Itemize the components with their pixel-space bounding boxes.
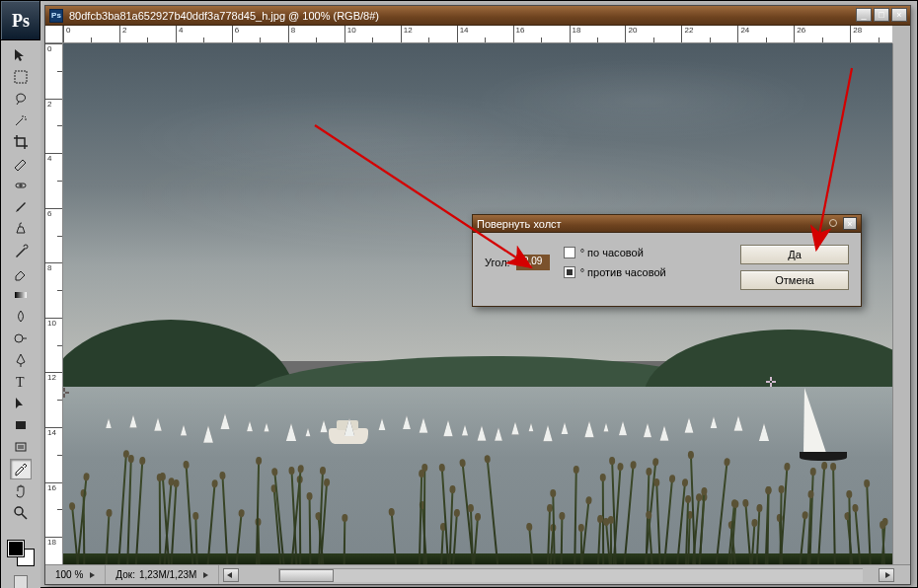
brush-tool[interactable] — [10, 197, 32, 218]
status-bar: 100 % Док: 1,23M/1,23M — [45, 564, 910, 584]
reeds-region — [63, 429, 892, 564]
standard-mode-icon[interactable] — [14, 575, 28, 588]
color-swatches[interactable] — [8, 541, 34, 565]
svg-point-7 — [15, 507, 23, 515]
move-tool[interactable] — [10, 44, 32, 65]
horizontal-scrollbar[interactable] — [278, 568, 863, 582]
eraser-tool[interactable] — [10, 262, 32, 283]
dropdown-icon — [90, 572, 95, 578]
gradient-tool[interactable] — [10, 284, 32, 305]
radio-icon — [564, 266, 575, 278]
canvas-right-margin — [892, 43, 910, 564]
rectangle-tool[interactable] — [10, 415, 32, 436]
foreground-color-swatch[interactable] — [8, 541, 24, 556]
pen-tool[interactable] — [10, 350, 32, 371]
radio-icon — [564, 247, 575, 258]
slice-tool[interactable] — [10, 154, 32, 175]
eyedropper-tool[interactable] — [10, 459, 32, 479]
ok-button[interactable]: Да — [740, 245, 849, 264]
notes-tool[interactable] — [10, 437, 32, 458]
svg-rect-6 — [16, 443, 26, 451]
lasso-tool[interactable] — [10, 88, 32, 109]
svg-rect-2 — [15, 292, 27, 298]
scrollbar-thumb[interactable] — [279, 569, 334, 582]
angle-label: Угол: — [485, 257, 510, 268]
history-brush-tool[interactable] — [10, 241, 32, 261]
marquee-tool[interactable] — [10, 66, 32, 87]
radio-counterclockwise[interactable]: ° против часовой — [564, 266, 666, 278]
hand-tool[interactable] — [10, 480, 32, 501]
doc-size[interactable]: Док: 1,23M/1,23M — [106, 565, 219, 584]
document-icon: Ps — [49, 9, 63, 23]
dodge-tool[interactable] — [10, 328, 32, 348]
dialog-close-button[interactable]: × — [843, 217, 857, 230]
angle-value: 2,09 — [523, 256, 542, 266]
radio-ccw-label: ° против часовой — [580, 266, 666, 278]
zoom-level[interactable]: 100 % — [45, 565, 106, 584]
blur-tool[interactable] — [10, 306, 32, 327]
radio-clockwise[interactable]: ° по часовой — [564, 247, 666, 258]
measure-marker — [766, 377, 776, 387]
dialog-collapse-icon[interactable] — [829, 219, 837, 227]
svg-rect-0 — [15, 71, 27, 83]
sky-region — [63, 43, 892, 361]
document-title: 80dfcb3ba81a652927b40ddf3a778d45_h.jpg @… — [69, 10, 379, 22]
separator — [10, 526, 32, 532]
radio-cw-label: ° по часовой — [580, 247, 644, 258]
angle-input[interactable]: 2,09 — [516, 255, 550, 270]
scroll-left-button[interactable] — [223, 568, 239, 582]
rotate-canvas-dialog: Повернуть холст × Угол: 2,09 ° по часово… — [472, 214, 862, 307]
doc-size-value: 1,23M/1,23M — [139, 569, 196, 580]
vertical-ruler[interactable]: 024681012141618 — [45, 43, 63, 564]
scroll-right-button[interactable] — [879, 568, 894, 582]
dropdown-icon — [203, 572, 208, 578]
toolbox: T — [1, 40, 40, 588]
path-selection-tool[interactable] — [10, 394, 32, 414]
window-close-button[interactable]: × — [891, 8, 907, 22]
window-minimize-button[interactable]: _ — [856, 8, 872, 22]
zoom-level-value: 100 % — [55, 569, 83, 580]
doc-size-label: Док: — [115, 569, 135, 580]
app-logo: Ps — [1, 1, 40, 40]
clone-stamp-tool[interactable] — [10, 219, 32, 240]
dialog-title: Повернуть холст — [477, 218, 562, 230]
magic-wand-tool[interactable] — [10, 110, 32, 130]
svg-point-3 — [15, 334, 23, 342]
dialog-titlebar[interactable]: Повернуть холст × — [473, 215, 861, 233]
type-tool[interactable]: T — [10, 372, 32, 393]
cancel-button[interactable]: Отмена — [740, 270, 849, 290]
document-titlebar[interactable]: Ps 80dfcb3ba81a652927b40ddf3a778d45_h.jp… — [45, 6, 910, 26]
svg-text:T: T — [16, 375, 25, 390]
window-maximize-button[interactable]: □ — [874, 8, 889, 22]
svg-rect-5 — [16, 421, 26, 429]
zoom-tool[interactable] — [10, 502, 32, 523]
quick-mask-toggle[interactable] — [14, 575, 28, 588]
measure-marker — [63, 388, 69, 398]
horizontal-ruler[interactable]: 0246810121416182022242628 — [63, 26, 892, 43]
healing-brush-tool[interactable] — [10, 176, 32, 196]
photoshop-app: Ps T Ps — [0, 0, 918, 588]
app-logo-text: Ps — [12, 11, 30, 32]
crop-tool[interactable] — [10, 131, 32, 152]
ruler-origin[interactable] — [45, 26, 63, 43]
